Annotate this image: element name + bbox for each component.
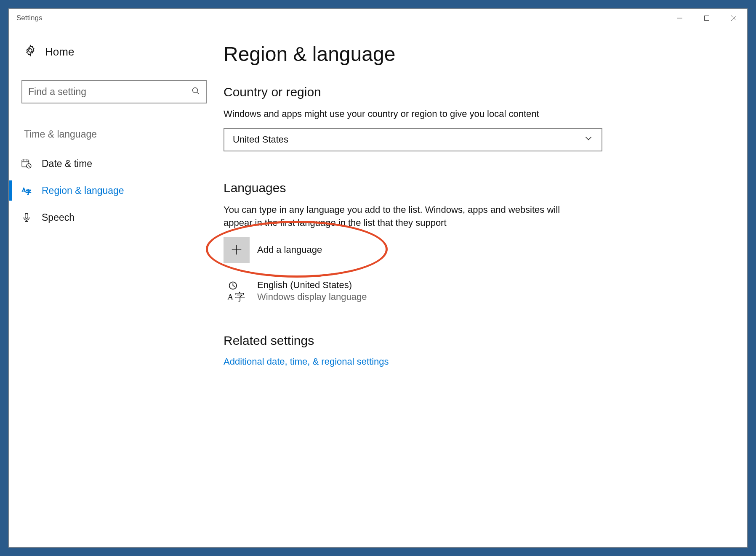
sidebar-item-date-time[interactable]: Date & time [16, 150, 207, 177]
add-language-label: Add a language [257, 244, 322, 255]
svg-text:A: A [227, 292, 233, 301]
country-value: United States [233, 134, 288, 145]
country-desc: Windows and apps might use your country … [224, 108, 590, 121]
svg-text:字: 字 [26, 189, 31, 195]
svg-point-4 [29, 49, 32, 52]
calendar-clock-icon [21, 158, 32, 169]
language-subtitle: Windows display language [257, 291, 367, 302]
add-language-button[interactable]: Add a language [224, 237, 722, 263]
search-input[interactable] [28, 86, 192, 98]
sidebar-item-label: Speech [42, 212, 75, 223]
svg-rect-1 [705, 16, 709, 21]
related-link[interactable]: Additional date, time, & regional settin… [224, 356, 722, 367]
close-button[interactable] [720, 9, 747, 27]
svg-line-6 [197, 93, 200, 95]
titlebar: Settings [9, 9, 747, 27]
window-title: Settings [16, 14, 42, 22]
sidebar-item-region-language[interactable]: A 字 Region & language [16, 177, 207, 204]
main-content: Region & language Country or region Wind… [219, 27, 747, 547]
minimize-button[interactable] [666, 9, 693, 27]
microphone-icon [21, 212, 32, 223]
language-item[interactable]: A 字 English (United States) Windows disp… [224, 278, 722, 304]
settings-window: Settings Home [8, 8, 748, 548]
languages-section-title: Languages [224, 181, 722, 195]
sidebar-item-label: Date & time [42, 158, 92, 169]
sidebar-item-speech[interactable]: Speech [16, 204, 207, 231]
sidebar-item-label: Region & language [42, 185, 124, 196]
svg-text:字: 字 [235, 291, 245, 302]
svg-rect-16 [25, 213, 28, 218]
page-title: Region & language [224, 42, 722, 66]
language-pack-icon: A 字 [224, 278, 250, 304]
chevron-down-icon [584, 134, 593, 146]
related-section: Related settings Additional date, time, … [224, 334, 722, 367]
sidebar: Home Time & language [9, 27, 219, 547]
search-icon [192, 87, 200, 97]
window-controls [666, 9, 747, 27]
languages-desc: You can type in any language you add to … [224, 204, 590, 230]
related-title: Related settings [224, 334, 722, 348]
maximize-button[interactable] [693, 9, 720, 27]
language-item-text: English (United States) Windows display … [257, 280, 367, 302]
search-box[interactable] [21, 80, 207, 103]
svg-text:A: A [22, 187, 26, 193]
country-section-title: Country or region [224, 85, 722, 99]
language-icon: A 字 [21, 185, 32, 196]
svg-line-23 [233, 286, 234, 286]
country-dropdown[interactable]: United States [224, 128, 602, 151]
home-label: Home [45, 45, 74, 58]
language-name: English (United States) [257, 280, 367, 291]
svg-point-5 [193, 88, 198, 93]
home-nav[interactable]: Home [21, 44, 207, 60]
plus-icon [224, 237, 250, 263]
sidebar-category: Time & language [21, 129, 207, 140]
gear-icon [24, 44, 37, 60]
